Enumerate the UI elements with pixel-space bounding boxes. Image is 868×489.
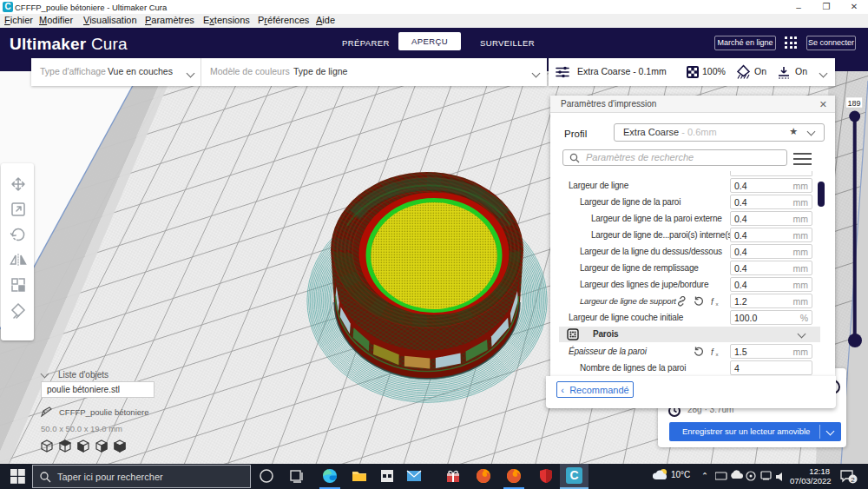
svg-text:189: 189 [847, 99, 860, 108]
svg-text:x: x [716, 352, 719, 357]
svg-text:x: x [716, 301, 719, 307]
svg-text:f: f [711, 297, 714, 307]
svg-text:f: f [711, 347, 714, 357]
svg-text:2: 2 [851, 476, 855, 484]
